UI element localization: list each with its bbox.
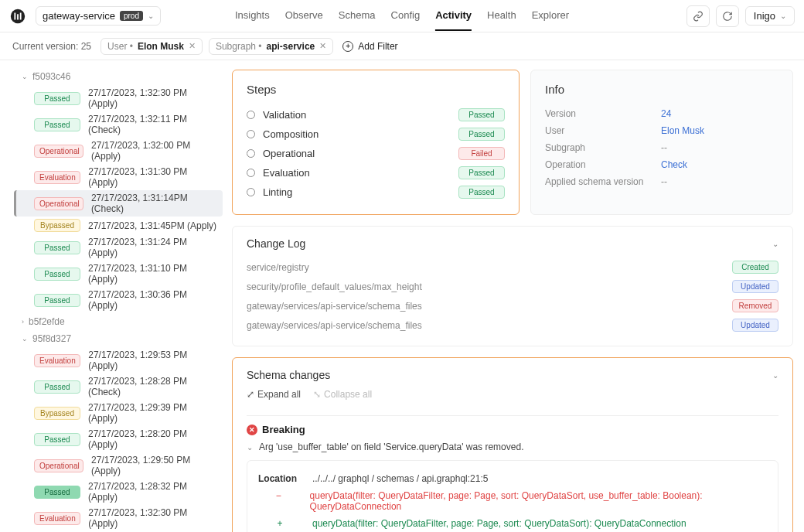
changelog-row: security/profile_default_values/max_heig… [247,277,778,296]
status-badge: Bypassed [34,219,80,232]
changelog-row: gateway/services/api-service/schema_file… [247,315,778,335]
status-badge: Updated [732,280,778,293]
info-card: Info Version24UserElon MuskSubgraph--Ope… [530,70,793,215]
expand-all-button[interactable]: ⤢Expand all [247,389,301,400]
status-badge: Passed [34,118,80,131]
env-badge: prod [120,11,143,21]
collapse-icon[interactable]: ⌄ [772,371,778,380]
activity-row[interactable]: Passed27/17/2023, 1:31:10 PM (Apply) [14,261,223,287]
filter-chip[interactable]: User • Elon Musk✕ [100,38,203,55]
activity-row[interactable]: Passed27/17/2023, 1:31:24 PM (Apply) [14,234,223,261]
chevron-right-icon: › [22,318,24,326]
timestamp: 27/17/2023, 1:32:30 PM (Apply) [88,87,218,109]
status-badge: Evaluation [34,171,80,184]
status-badge: Passed [34,294,80,307]
schema-changes-section: Schema changes ⌄ ⤢Expand all ⤡Collapse a… [232,357,793,532]
changelog-section: Change Log ⌄ service/registryCreatedsecu… [232,226,793,346]
info-value[interactable]: 24 [661,108,671,119]
chevron-down-icon: ⌄ [247,443,253,452]
step-row: CompositionPassed [247,124,505,144]
status-badge: Passed [458,128,505,141]
status-badge: Passed [34,241,80,254]
step-row: ValidationPassed [247,105,505,124]
circle-icon [247,169,255,177]
nav-observe[interactable]: Observe [285,1,323,31]
breaking-message-row[interactable]: ⌄ Arg 'use_buffer_table' on field 'Servi… [247,442,778,452]
activity-row[interactable]: Evaluation27/17/2023, 1:31:30 PM (Apply) [14,164,223,190]
diff-plus-icon: + [258,518,302,529]
current-version-label: Current version: 25 [12,41,91,52]
activity-row[interactable]: Bypassed27/17/2023, 1:31:45PM (Apply) [14,217,223,234]
status-badge: Passed [34,92,80,105]
status-badge: Passed [34,268,80,281]
nav-activity[interactable]: Activity [435,1,472,31]
status-badge: Updated [732,319,778,332]
activity-row[interactable]: Evaluation27/17/2023, 1:29:53 PM (Apply) [14,347,223,373]
link-icon-button[interactable] [686,5,710,27]
status-badge: Evaluation [34,512,80,525]
chevron-down-icon: ⌄ [148,12,154,20]
chevron-down-icon: ⌄ [780,12,786,20]
activity-row[interactable]: Operational27/17/2023, 1:29:50 PM (Apply… [14,452,223,479]
refresh-icon-button[interactable] [716,5,739,27]
nav-explorer[interactable]: Explorer [532,1,569,31]
timestamp: 27/17/2023, 1:32:00 PM (Apply) [91,140,218,162]
activity-row[interactable]: Evaluation27/17/2023, 1:32:30 PM (Apply) [14,505,223,531]
service-selector[interactable]: gateway-service prod ⌄ [36,6,161,26]
activity-row[interactable]: Operational27/17/2023, 1:32:00 PM (Apply… [14,138,223,164]
info-value[interactable]: Elon Musk [661,125,704,136]
nav-insights[interactable]: Insights [235,1,270,31]
activity-row[interactable]: Passed27/17/2023, 1:28:28 PM (Check) [14,373,223,400]
info-row: UserElon Musk [545,122,778,139]
user-menu[interactable]: Inigo ⌄ [745,6,795,26]
activity-row[interactable]: Passed27/17/2023, 1:28:20 PM (Apply) [14,426,223,452]
service-name: gateway-service [43,10,115,22]
tree-group-toggle[interactable]: ›b5f2efde [14,313,223,330]
activity-row[interactable]: Passed27/17/2023, 1:32:11 PM (Check) [14,111,223,138]
status-badge: Evaluation [34,354,80,367]
timestamp: 27/17/2023, 1:30:36 PM (Apply) [88,289,218,311]
filter-chip[interactable]: Subgraph • api-service✕ [209,38,333,55]
chevron-down-icon: ⌄ [22,335,28,343]
timestamp: 27/17/2023, 1:28:20 PM (Apply) [88,428,218,450]
diff-added-line: queryData(filter: QueryDataFilter, page:… [312,518,686,529]
error-icon: ✕ [247,425,257,435]
content-area: Steps ValidationPassedCompositionPassedO… [229,60,804,532]
timestamp: 27/17/2023, 1:28:28 PM (Check) [88,376,218,397]
activity-row[interactable]: Operational27/17/2023, 1:31:14PM (Check) [14,190,223,217]
info-value: -- [661,176,667,187]
status-badge: Passed [458,186,505,199]
collapse-icon[interactable]: ⌄ [772,240,778,248]
expand-icon: ⤢ [247,389,254,400]
activity-row[interactable]: Bypassed27/17/2023, 1:29:39 PM (Apply) [14,400,223,426]
changelog-row: gateway/services/api-service/schema_file… [247,296,778,315]
collapse-all-button[interactable]: ⤡Collapse all [313,389,372,400]
timestamp: 27/17/2023, 1:31:10 PM (Apply) [88,263,218,285]
breaking-header: ✕ Breaking [247,415,778,435]
activity-tree: ⌄f5093c46Passed27/17/2023, 1:32:30 PM (A… [0,60,229,532]
status-badge: Operational [34,145,83,158]
user-name: Inigo [754,10,775,22]
activity-row[interactable]: Passed27/17/2023, 1:30:36 PM (Apply) [14,287,223,313]
activity-row[interactable]: Passed27/17/2023, 1:28:32 PM (Apply) [14,479,223,505]
timestamp: 27/17/2023, 1:32:11 PM (Check) [88,114,218,135]
tree-group-toggle[interactable]: ⌄95f8d327 [14,330,223,347]
diff-minus-icon: − [258,490,299,512]
tree-group-toggle[interactable]: ⌄f5093c46 [14,68,223,85]
logo-icon [9,8,26,25]
activity-row[interactable]: Passed27/17/2023, 1:32:30 PM (Apply) [14,85,223,111]
nav-health[interactable]: Health [487,1,516,31]
nav-schema[interactable]: Schema [339,1,376,31]
close-icon[interactable]: ✕ [189,41,196,51]
info-value[interactable]: Check [661,159,687,170]
steps-title: Steps [247,83,505,96]
close-icon[interactable]: ✕ [319,41,326,51]
nav-config[interactable]: Config [391,1,421,31]
add-filter-button[interactable]: + Add Filter [342,41,397,52]
info-value: -- [661,142,667,153]
collapse-icon: ⤡ [313,389,321,400]
diff-box: Location ../../../ graphql / schemas / a… [247,460,778,532]
step-row: OperationalFailed [247,144,505,163]
info-row: Version24 [545,105,778,122]
status-badge: Operational [34,197,83,210]
